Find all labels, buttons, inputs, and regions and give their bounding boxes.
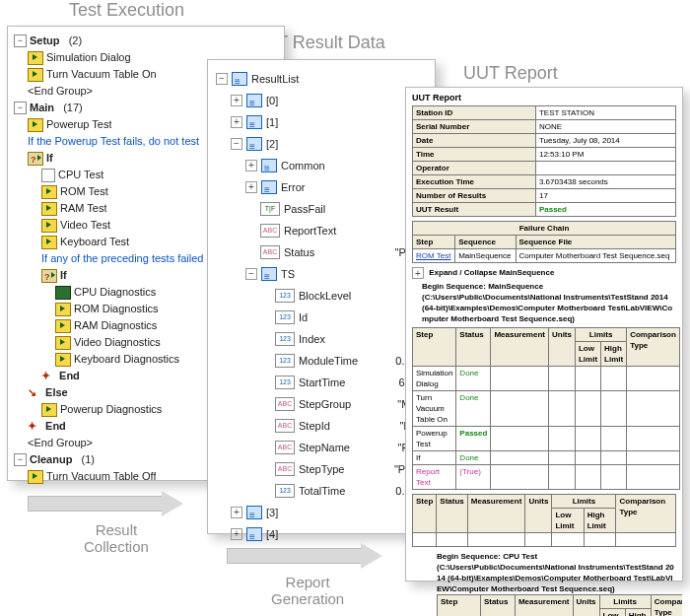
tree-prop[interactable]: ABCStepName"Powe xyxy=(216,437,429,458)
summary-value: 3.6703438 seconds xyxy=(535,175,675,189)
action-step-icon xyxy=(55,319,71,333)
tree-prop[interactable]: ABCStepId"ID#:J xyxy=(216,415,429,437)
table-cell: Turn Vacuum Table On xyxy=(413,391,456,427)
string-type-icon: ABC xyxy=(260,245,280,259)
group-label: Main xyxy=(30,102,54,113)
tree-node[interactable]: TS xyxy=(216,263,429,285)
failure-chain-table: Failure Chain Step Sequence Sequence Fil… xyxy=(412,221,676,263)
summary-key: Execution Time xyxy=(413,175,536,189)
flow-arrow-label: Report Generation xyxy=(271,574,344,607)
table-row[interactable]: Simulation DialogDone xyxy=(413,367,680,391)
expand-toggle-icon[interactable] xyxy=(245,160,257,171)
tree-node[interactable]: Common xyxy=(216,155,429,176)
expand-toggle-icon[interactable] xyxy=(231,95,242,106)
tree-node[interactable]: [3] xyxy=(216,502,429,523)
tree-group-setup[interactable]: Setup (2) xyxy=(14,33,280,49)
table-cell: Simulation Dialog xyxy=(413,367,456,391)
step-label: End xyxy=(59,370,80,381)
number-type-icon: 123 xyxy=(275,376,295,389)
tree-prop[interactable]: 123BlockLevel0 xyxy=(216,285,429,307)
flow-end-icon: ✦ xyxy=(28,418,36,435)
table-row[interactable]: IfDone xyxy=(413,451,680,465)
sequence-path: (C:\Users\Public\Documents\National Inst… xyxy=(422,293,672,323)
action-step-icon xyxy=(55,303,71,316)
number-type-icon: 123 xyxy=(275,332,295,346)
expand-toggle-icon[interactable] xyxy=(231,528,242,540)
tree-prop[interactable]: 123StartTime67994 xyxy=(216,372,429,393)
sequence-header: Begin Sequence: CPU Test xyxy=(437,552,537,561)
expand-toggle-icon[interactable] xyxy=(231,116,242,128)
tree-node[interactable]: Error xyxy=(216,176,429,198)
tree-prop[interactable]: ABCReportText"" xyxy=(216,220,429,241)
step-results-table-empty: Step Status Measurement Units Limits Com… xyxy=(412,494,676,547)
expand-toggle-icon[interactable] xyxy=(14,102,27,114)
step-label: Keyboard Test xyxy=(60,234,129,250)
table-header: High Limit xyxy=(625,609,651,617)
expand-toggle-icon[interactable] xyxy=(14,453,27,466)
expand-toggle-icon[interactable] xyxy=(14,34,27,47)
prop-label: ReportText xyxy=(284,220,417,241)
number-type-icon: 123 xyxy=(275,289,295,303)
section-title-test-execution: Test Execution xyxy=(69,0,184,21)
table-cell: Computer Motherboard Test Sequence.seq xyxy=(516,249,676,263)
report-title: UUT Report xyxy=(412,93,676,103)
table-cell: Powerup Test xyxy=(413,427,456,451)
step-label: End xyxy=(45,420,66,432)
number-type-icon: 123 xyxy=(275,310,295,324)
tree-prop[interactable]: ABCStepType"PassF xyxy=(216,458,429,480)
expand-toggle-icon[interactable] xyxy=(245,181,257,193)
number-type-icon: 123 xyxy=(275,484,295,498)
expand-toggle-icon[interactable] xyxy=(412,267,424,279)
summary-key: Number of Results xyxy=(413,189,536,203)
table-header: Status xyxy=(437,495,467,533)
tree-prop[interactable]: 123Id715 xyxy=(216,307,429,328)
step-label: Turn Vacuum Table Off xyxy=(46,468,156,485)
string-type-icon: ABC xyxy=(275,419,295,433)
summary-key: Operator xyxy=(413,162,536,175)
tree-node-root[interactable]: ResultList xyxy=(216,68,429,90)
table-header: Sequence xyxy=(455,236,516,249)
expand-toggle-icon[interactable] xyxy=(245,268,257,280)
action-step-icon xyxy=(41,219,57,233)
tree-prop[interactable]: 123ModuleTime0.0001 xyxy=(216,350,429,372)
expand-collapse-link[interactable]: Expand / Collapse MainSequence xyxy=(429,268,554,277)
tree-prop[interactable]: ABCStatus"Passe xyxy=(216,241,429,263)
tree-prop[interactable]: 123TotalTime0.0001 xyxy=(216,480,429,502)
step-label: ROM Diagnostics xyxy=(74,301,159,317)
step-label: If xyxy=(46,152,53,164)
table-header: Limits xyxy=(575,328,626,342)
tree-node[interactable]: [4] xyxy=(216,523,429,545)
report-body[interactable]: UUT Report Station IDTEST STATION Serial… xyxy=(406,88,682,616)
status-cell: Done xyxy=(456,367,491,391)
table-row[interactable]: Powerup TestPassed xyxy=(413,427,680,451)
failure-step-link[interactable]: ROM Test xyxy=(416,251,450,260)
table-row[interactable]: Report Text(True) xyxy=(413,465,680,490)
container-icon xyxy=(246,506,262,519)
table-cell: If xyxy=(413,451,456,465)
cpu-results-table: Step Status Measurement Units Limits Com… xyxy=(437,594,682,616)
table-row[interactable]: Turn Vacuum Table OnDone xyxy=(413,391,680,427)
flow-arrow-report-generation xyxy=(227,543,382,569)
tree-node[interactable]: [2] xyxy=(216,133,429,155)
tree-prop[interactable]: 123Index0 xyxy=(216,328,429,350)
tree-prop[interactable]: ABCStepGroup"Main" xyxy=(216,393,429,415)
group-label: Cleanup xyxy=(30,453,72,465)
step-label: Video Diagnostics xyxy=(74,334,161,351)
result-data-tree[interactable]: ResultList [0] [1] [2] Common Error T|FP… xyxy=(208,60,435,545)
expand-toggle-icon[interactable] xyxy=(216,73,228,85)
comment-label: If the Powerup Test fails, do not test xyxy=(28,133,199,150)
table-header: Limits xyxy=(599,595,651,609)
container-icon xyxy=(246,527,262,541)
table-header: Step xyxy=(413,236,455,249)
tree-prop[interactable]: T|FPassFailTrue xyxy=(216,198,429,220)
flow-end-icon: ✦ xyxy=(41,368,50,384)
tree-node[interactable]: [0] xyxy=(216,90,429,111)
expand-toggle-icon[interactable] xyxy=(231,507,242,518)
tree-node[interactable]: [1] xyxy=(216,111,429,133)
table-header: Sequence File xyxy=(516,236,676,249)
string-type-icon: ABC xyxy=(275,397,295,411)
table-title: Failure Chain xyxy=(413,222,676,236)
step-label: If xyxy=(60,269,67,281)
expand-toggle-icon[interactable] xyxy=(231,138,242,150)
table-row[interactable]: ROM Test MainSequence Computer Motherboa… xyxy=(413,249,676,263)
